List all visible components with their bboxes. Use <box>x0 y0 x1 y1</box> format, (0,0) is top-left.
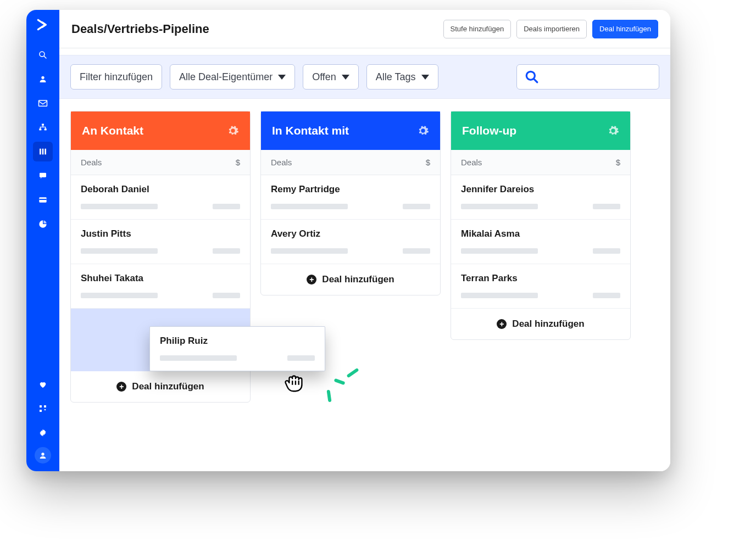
svg-point-0 <box>40 52 45 57</box>
add-filter-chip[interactable]: Filter hinzufügen <box>70 64 162 90</box>
deal-card-title: Jennifer Dareios <box>461 184 620 195</box>
placeholder-row <box>271 204 430 209</box>
deal-card[interactable]: Terran Parks <box>451 264 630 309</box>
deal-card-title: Mikalai Asma <box>461 228 620 239</box>
deal-card[interactable]: Jennifer Dareios <box>451 175 630 220</box>
nav-reports-icon[interactable] <box>33 214 53 234</box>
nav-chat-icon[interactable] <box>33 166 53 186</box>
import-deals-button[interactable]: Deals importieren <box>516 20 587 38</box>
sidebar <box>26 10 59 471</box>
svg-rect-9 <box>45 149 46 155</box>
deal-card[interactable]: Justin Pitts <box>71 220 250 264</box>
svg-rect-3 <box>39 101 47 107</box>
deal-card-title: Justin Pitts <box>81 228 240 239</box>
nav-org-icon[interactable] <box>33 118 53 137</box>
svg-rect-5 <box>39 129 41 130</box>
add-deal-label: Deal hinzufügen <box>322 274 394 285</box>
svg-rect-8 <box>42 149 44 155</box>
add-deal-link[interactable]: +Deal hinzufügen <box>71 371 250 402</box>
add-deal-label: Deal hinzufügen <box>132 381 204 392</box>
search-icon <box>525 70 539 84</box>
nav-pipeline-icon[interactable] <box>33 142 53 161</box>
svg-line-19 <box>534 79 537 82</box>
nav-apps-icon[interactable] <box>33 399 53 418</box>
column-gear-icon[interactable] <box>607 125 619 137</box>
add-deal-link[interactable]: +Deal hinzufügen <box>261 264 440 295</box>
deal-card-title: Remy Partridge <box>271 184 430 195</box>
svg-rect-14 <box>44 405 46 408</box>
nav-settings-gear-icon[interactable] <box>33 423 53 443</box>
column-title: An Kontakt <box>82 124 143 137</box>
add-filter-label: Filter hinzufügen <box>80 71 153 83</box>
column-title: Follow-up <box>462 124 516 137</box>
deals-label: Deals <box>81 158 102 167</box>
column-gear-icon[interactable] <box>227 125 239 137</box>
deals-label: Deals <box>271 158 292 167</box>
add-stage-button[interactable]: Stufe hinzufügen <box>443 20 512 38</box>
column-header: Follow-up <box>451 111 630 150</box>
add-deal-link[interactable]: +Deal hinzufügen <box>451 309 630 339</box>
deal-card-title: Avery Ortiz <box>271 228 430 239</box>
svg-point-2 <box>41 76 44 79</box>
svg-line-1 <box>44 56 46 58</box>
deal-card[interactable]: Remy Partridge <box>261 175 440 220</box>
add-deal-label: Deal hinzufügen <box>512 319 584 330</box>
pipeline-column: In Kontakt mitDeals$Remy PartridgeAvery … <box>260 111 441 295</box>
svg-point-17 <box>41 453 44 455</box>
page-title: Deals/Vertriebs-Pipeline <box>71 22 209 36</box>
svg-point-18 <box>526 71 535 80</box>
nav-card-icon[interactable] <box>33 190 53 210</box>
column-header: An Kontakt <box>71 111 250 150</box>
chevron-down-icon <box>421 75 429 80</box>
placeholder-row <box>271 248 430 254</box>
dragging-deal-card[interactable]: Philip Ruiz <box>149 326 325 371</box>
nav-heart-icon[interactable] <box>33 375 53 394</box>
placeholder-row <box>81 204 240 209</box>
tags-filter-chip[interactable]: Alle Tags <box>366 64 438 90</box>
svg-rect-4 <box>42 124 44 125</box>
svg-rect-6 <box>45 129 47 130</box>
column-subheader: Deals$ <box>261 150 440 175</box>
add-deal-button[interactable]: Deal hinzufügen <box>592 20 658 38</box>
svg-rect-7 <box>40 149 41 155</box>
nav-search-icon[interactable] <box>33 45 53 65</box>
deal-card[interactable]: Avery Ortiz <box>261 220 440 264</box>
tags-filter-label: Alle Tags <box>376 71 416 83</box>
nav-person-icon[interactable] <box>33 69 53 89</box>
kanban-board: An KontaktDeals$Deborah DanielJustin Pit… <box>59 99 670 471</box>
deal-card[interactable]: Mikalai Asma <box>451 220 630 264</box>
topbar: Deals/Vertriebs-Pipeline Stufe hinzufüge… <box>59 10 670 48</box>
brand-logo-icon <box>35 16 51 33</box>
top-actions: Stufe hinzufügen Deals importieren Deal … <box>443 20 658 38</box>
currency-symbol: $ <box>426 158 430 167</box>
column-gear-icon[interactable] <box>417 125 429 137</box>
deal-card[interactable]: Shuhei Takata <box>71 264 250 309</box>
chevron-down-icon <box>278 75 286 80</box>
column-subheader: Deals$ <box>71 150 250 175</box>
column-title: In Kontakt mit <box>272 124 349 137</box>
placeholder-row <box>461 204 620 209</box>
deal-card-title: Terran Parks <box>461 273 620 284</box>
column-subheader: Deals$ <box>451 150 630 175</box>
currency-symbol: $ <box>616 158 620 167</box>
pipeline-column: Follow-upDeals$Jennifer DareiosMikalai A… <box>451 111 631 340</box>
nav-user-avatar[interactable] <box>35 447 51 464</box>
owner-filter-label: Alle Deal-Eigentümer <box>179 71 273 83</box>
svg-rect-13 <box>40 405 42 408</box>
grab-cursor-icon <box>282 369 305 392</box>
svg-rect-15 <box>40 410 42 412</box>
nav-mail-icon[interactable] <box>33 93 53 113</box>
motion-accent-icon <box>327 372 360 405</box>
placeholder-row <box>461 248 620 254</box>
column-header: In Kontakt mit <box>261 111 440 150</box>
owner-filter-chip[interactable]: Alle Deal-Eigentümer <box>170 64 295 90</box>
status-filter-chip[interactable]: Offen <box>303 64 359 90</box>
plus-icon: + <box>116 382 126 392</box>
search-input[interactable] <box>516 64 659 90</box>
deal-card-title: Philip Ruiz <box>160 336 315 347</box>
deal-card-title: Shuhei Takata <box>81 273 240 284</box>
currency-symbol: $ <box>236 158 240 167</box>
deals-label: Deals <box>461 158 482 167</box>
deal-card[interactable]: Deborah Daniel <box>71 175 250 220</box>
svg-rect-12 <box>39 199 46 200</box>
